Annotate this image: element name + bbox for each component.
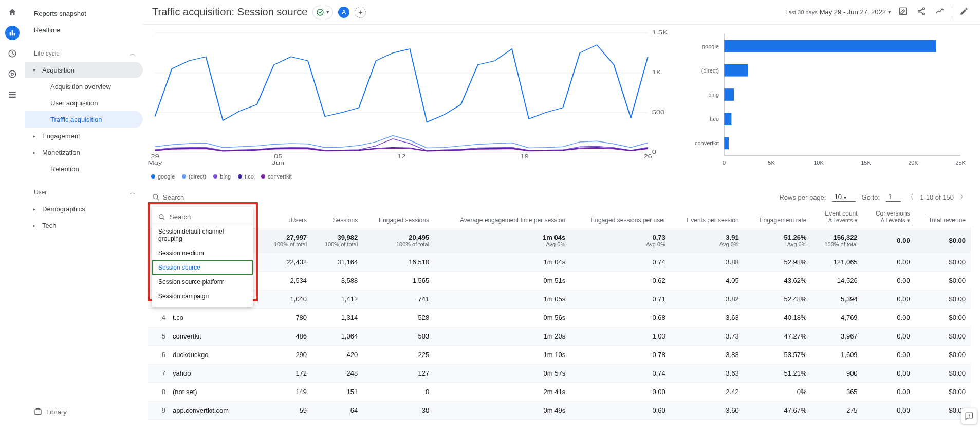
svg-rect-2 bbox=[14, 33, 15, 36]
svg-text:0: 0 bbox=[723, 159, 726, 166]
sidebar-acquisition-overview[interactable]: Acquisition overview bbox=[25, 78, 143, 95]
share-icon[interactable] bbox=[915, 7, 928, 17]
dropdown-search-placeholder: Search bbox=[170, 213, 191, 221]
legend-label: convertkit bbox=[268, 173, 292, 180]
add-comparison-button[interactable]: + bbox=[355, 7, 366, 18]
legend-item[interactable]: t.co bbox=[238, 173, 254, 180]
table-row[interactable]: 122,43231,16416,5101m 04s0.743.8852.98%1… bbox=[148, 253, 971, 272]
table-row[interactable]: 3bing1,0401,4127411m 05s0.713.8252.48%5,… bbox=[148, 290, 971, 309]
table-row[interactable]: 5convertkit4861,0645031m 20s1.033.7347.2… bbox=[148, 327, 971, 346]
sidebar-user-label: User bbox=[34, 189, 47, 196]
date-range-picker[interactable]: Last 30 days May 29 - Jun 27, 2022 ▾ bbox=[785, 8, 891, 16]
col-avg-engagement-time[interactable]: Average engagement time per session bbox=[434, 206, 570, 228]
rows-per-page-select[interactable]: 10 ▾ bbox=[832, 193, 855, 202]
col-engaged-per-user[interactable]: Engaged sessions per user bbox=[570, 206, 671, 228]
svg-rect-6 bbox=[9, 92, 16, 93]
event-count-filter[interactable]: All events ▾ bbox=[817, 217, 858, 224]
header-bar: Traffic acquisition: Session source ▾ A … bbox=[143, 0, 980, 25]
dimension-dropdown: Search Session default channel grouping … bbox=[152, 207, 253, 307]
col-engagement-rate[interactable]: Engagement rate bbox=[744, 206, 812, 228]
feedback-button[interactable] bbox=[961, 408, 977, 424]
sidebar-user-section[interactable]: User ︿ bbox=[25, 184, 143, 201]
insights-icon[interactable] bbox=[933, 7, 947, 17]
table-row[interactable]: 7yahoo1722481270m 57s0.743.6351.21%9000.… bbox=[148, 364, 971, 383]
caret-down-icon: ▾ bbox=[33, 67, 40, 73]
reports-icon[interactable] bbox=[5, 26, 20, 40]
legend-item[interactable]: convertkit bbox=[261, 173, 292, 180]
sidebar-monetization-label: Monetization bbox=[42, 149, 80, 156]
svg-text:20K: 20K bbox=[908, 159, 918, 166]
icon-rail bbox=[0, 0, 25, 427]
sidebar-monetization[interactable]: ▸ Monetization bbox=[25, 144, 143, 161]
sidebar-tech[interactable]: ▸ Tech bbox=[25, 217, 143, 234]
col-event-count[interactable]: Event countAll events ▾ bbox=[812, 206, 863, 228]
col-total-revenue[interactable]: Total revenue bbox=[915, 206, 971, 228]
col-users[interactable]: ↓Users bbox=[261, 206, 312, 228]
caret-right-icon: ▸ bbox=[33, 150, 40, 155]
sidebar-library-label: Library bbox=[46, 408, 67, 416]
sidebar-traffic-acquisition[interactable]: Traffic acquisition bbox=[25, 111, 143, 128]
col-events-per-session[interactable]: Events per session bbox=[671, 206, 744, 228]
legend-dot bbox=[238, 174, 242, 179]
table-row[interactable]: 2(direct)2,5343,5881,5650m 51s0.624.0543… bbox=[148, 272, 971, 290]
table-row[interactable]: 4t.co7801,3145280m 56s0.683.6340.18%4,76… bbox=[148, 309, 971, 327]
svg-text:05: 05 bbox=[274, 153, 282, 160]
home-icon[interactable] bbox=[5, 5, 20, 20]
legend-dot bbox=[151, 174, 155, 179]
customize-icon[interactable] bbox=[896, 7, 910, 17]
status-chip[interactable]: ▾ bbox=[312, 6, 333, 19]
dropdown-search[interactable]: Search bbox=[152, 210, 253, 224]
sidebar: Reports snapshot Realtime Life cycle ︿ ▾… bbox=[25, 0, 143, 427]
dropdown-option-default-channel[interactable]: Session default channel grouping bbox=[152, 224, 253, 246]
svg-text:May: May bbox=[148, 159, 162, 166]
svg-text:convertkit: convertkit bbox=[695, 140, 719, 146]
legend-item[interactable]: bing bbox=[213, 173, 231, 180]
explore-icon[interactable] bbox=[5, 46, 20, 61]
svg-rect-34 bbox=[724, 88, 734, 101]
sidebar-lifecycle-label: Life cycle bbox=[34, 50, 60, 57]
svg-text:25K: 25K bbox=[955, 159, 966, 166]
conversions-filter[interactable]: All events ▾ bbox=[868, 217, 910, 224]
sidebar-demographics[interactable]: ▸ Demographics bbox=[25, 201, 143, 217]
legend-label: t.co bbox=[245, 173, 254, 180]
prev-page-button[interactable]: 〈 bbox=[907, 192, 914, 202]
sidebar-lifecycle-section[interactable]: Life cycle ︿ bbox=[25, 45, 143, 62]
configure-icon[interactable] bbox=[5, 87, 20, 102]
edit-icon[interactable] bbox=[957, 7, 971, 17]
sidebar-retention[interactable]: Retention bbox=[25, 161, 143, 177]
dropdown-option-session-source[interactable]: Session source bbox=[152, 260, 253, 275]
dropdown-option-session-campaign[interactable]: Session campaign bbox=[152, 289, 253, 304]
table-row[interactable]: 9app.convertkit.com5964300m 49s0.603.604… bbox=[148, 401, 971, 420]
sidebar-engagement[interactable]: ▸ Engagement bbox=[25, 128, 143, 144]
sidebar-user-acquisition[interactable]: User acquisition bbox=[25, 95, 143, 111]
svg-rect-0 bbox=[10, 32, 11, 36]
svg-text:t.co: t.co bbox=[710, 116, 719, 122]
next-page-button[interactable]: 〉 bbox=[960, 192, 967, 202]
col-sessions[interactable]: Sessions bbox=[312, 206, 363, 228]
goto-input[interactable]: 1 bbox=[886, 193, 901, 202]
sidebar-acquisition[interactable]: ▾ Acquisition bbox=[25, 62, 143, 78]
dropdown-option-session-source-platform[interactable]: Session source platform bbox=[152, 275, 253, 289]
date-range-preset: Last 30 days bbox=[785, 9, 817, 15]
check-circle-icon bbox=[316, 8, 324, 16]
legend-item[interactable]: (direct) bbox=[182, 173, 206, 180]
sidebar-realtime[interactable]: Realtime bbox=[25, 22, 143, 38]
col-conversions[interactable]: ConversionsAll events ▾ bbox=[863, 206, 915, 228]
table-row[interactable]: 8(not set)14915102m 41s0.002.420%3650.00… bbox=[148, 383, 971, 401]
table-row[interactable]: 6duckduckgo2904202251m 10s0.783.8353.57%… bbox=[148, 346, 971, 364]
dropdown-option-session-medium[interactable]: Session medium bbox=[152, 246, 253, 260]
segment-avatar[interactable]: A bbox=[338, 7, 349, 18]
svg-rect-11 bbox=[899, 8, 907, 15]
table-search-label: Search bbox=[163, 193, 184, 201]
advertising-icon[interactable] bbox=[5, 67, 20, 81]
sidebar-library[interactable]: Library bbox=[34, 407, 67, 416]
line-chart-legend: google(direct)bingt.coconvertkit bbox=[148, 173, 673, 180]
svg-text:12: 12 bbox=[397, 153, 405, 160]
legend-item[interactable]: google bbox=[151, 173, 175, 180]
col-engaged-sessions[interactable]: Engaged sessions bbox=[363, 206, 434, 228]
legend-dot bbox=[182, 174, 186, 179]
table-search[interactable]: Search bbox=[152, 193, 184, 201]
sidebar-acquisition-label: Acquisition bbox=[42, 66, 75, 74]
table-controls: Search Rows per page: 10 ▾ Go to: 1 〈 1-… bbox=[148, 190, 971, 204]
sidebar-reports-snapshot[interactable]: Reports snapshot bbox=[25, 5, 143, 22]
